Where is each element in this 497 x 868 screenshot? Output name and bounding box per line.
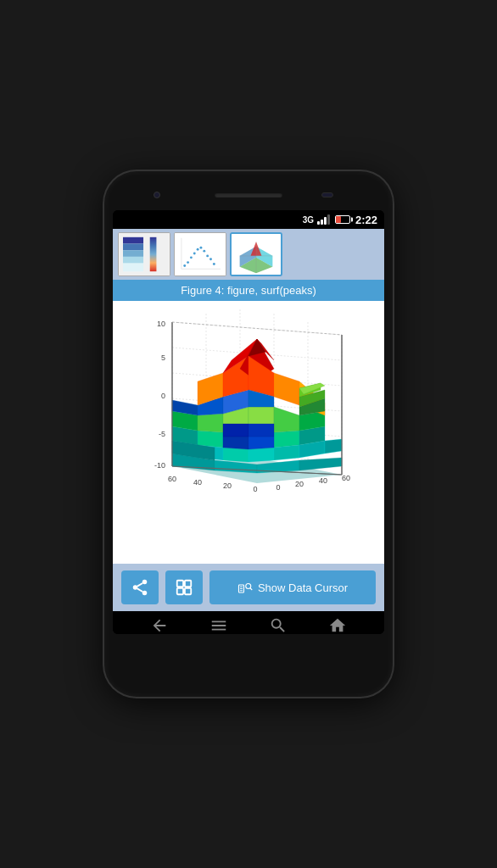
battery-icon	[335, 215, 350, 224]
network-indicator: 3G	[303, 215, 314, 225]
signal-bars	[317, 214, 330, 225]
svg-text:20: 20	[223, 481, 232, 490]
svg-text:0: 0	[276, 483, 280, 492]
svg-marker-97	[248, 437, 274, 449]
svg-text:60: 60	[342, 474, 350, 482]
screen: 3G 2:22	[113, 210, 384, 634]
status-time: 2:22	[355, 214, 377, 226]
svg-point-17	[203, 250, 205, 253]
svg-text:20: 20	[295, 480, 304, 488]
show-data-cursor-label: Show Data Cursor	[258, 581, 348, 594]
chart-area: 10 5 0 -5 -10 60 40 20 0 0 20 40 60	[113, 301, 384, 564]
svg-point-20	[213, 263, 215, 265]
svg-text:-5: -5	[159, 430, 165, 438]
svg-marker-65	[325, 439, 342, 453]
svg-text:-10: -10	[154, 461, 165, 470]
figure-title: Figure 4: figure, surf(peaks)	[113, 280, 384, 301]
svg-text:10: 10	[157, 320, 165, 328]
phone-device: 3G 2:22	[104, 171, 393, 697]
speaker-grille	[215, 192, 282, 198]
nav-bar	[113, 611, 384, 634]
battery-fill	[336, 216, 341, 223]
cursor-toggle-button[interactable]	[165, 570, 203, 604]
svg-point-122	[246, 584, 251, 589]
bottom-toolbar: Show Data Cursor	[113, 564, 384, 611]
svg-text:60: 60	[168, 475, 176, 483]
svg-text:0: 0	[253, 485, 257, 493]
svg-line-112	[137, 588, 142, 592]
svg-rect-2	[123, 237, 143, 244]
thumbnail-1[interactable]	[118, 232, 170, 276]
svg-point-110	[133, 585, 138, 590]
nav-home-button[interactable]	[328, 616, 347, 635]
svg-rect-117	[185, 588, 191, 594]
svg-rect-116	[177, 588, 183, 594]
show-data-cursor-button[interactable]: Show Data Cursor	[209, 570, 376, 604]
share-button[interactable]	[121, 570, 159, 604]
svg-point-109	[142, 580, 148, 585]
surf-plot-svg: 10 5 0 -5 -10 60 40 20 0 0 20 40 60	[130, 305, 367, 559]
svg-marker-61	[223, 448, 248, 462]
svg-rect-4	[123, 250, 143, 257]
svg-marker-99	[248, 424, 274, 437]
svg-marker-98	[223, 424, 248, 437]
status-bar: 3G 2:22	[113, 210, 384, 229]
svg-point-16	[200, 247, 203, 249]
nav-search-button[interactable]	[269, 616, 288, 635]
svg-rect-115	[185, 581, 191, 587]
svg-text:5: 5	[161, 353, 165, 362]
thumbnail-3[interactable]	[230, 232, 282, 276]
signal-bar-4	[327, 214, 330, 225]
thumbnails-strip	[113, 229, 384, 280]
svg-point-13	[190, 256, 193, 259]
svg-point-11	[183, 264, 186, 267]
svg-text:40: 40	[319, 476, 327, 485]
svg-rect-6	[123, 264, 143, 272]
svg-marker-70	[274, 431, 299, 448]
svg-text:0: 0	[161, 392, 165, 400]
front-camera	[154, 192, 160, 198]
svg-rect-114	[177, 581, 183, 587]
svg-marker-73	[198, 414, 223, 432]
svg-rect-7	[150, 237, 157, 271]
svg-point-12	[187, 261, 189, 264]
svg-point-18	[206, 254, 209, 257]
front-sensor	[321, 192, 333, 198]
svg-marker-67	[198, 431, 223, 448]
nav-menu-button[interactable]	[209, 616, 228, 635]
svg-point-15	[197, 248, 199, 251]
svg-point-19	[209, 258, 212, 260]
svg-point-14	[193, 253, 196, 255]
svg-line-113	[137, 583, 142, 587]
svg-marker-96	[223, 437, 248, 449]
svg-marker-62	[248, 448, 274, 462]
svg-line-123	[250, 588, 252, 590]
svg-rect-3	[123, 244, 143, 251]
signal-bar-1	[317, 221, 320, 225]
nav-back-button[interactable]	[150, 616, 169, 635]
svg-rect-5	[123, 257, 143, 264]
svg-text:40: 40	[193, 478, 202, 487]
phone-top-bar	[113, 183, 384, 207]
signal-bar-2	[321, 220, 323, 225]
thumbnail-2[interactable]	[174, 232, 226, 276]
svg-point-111	[142, 591, 148, 596]
signal-bar-3	[324, 217, 327, 225]
